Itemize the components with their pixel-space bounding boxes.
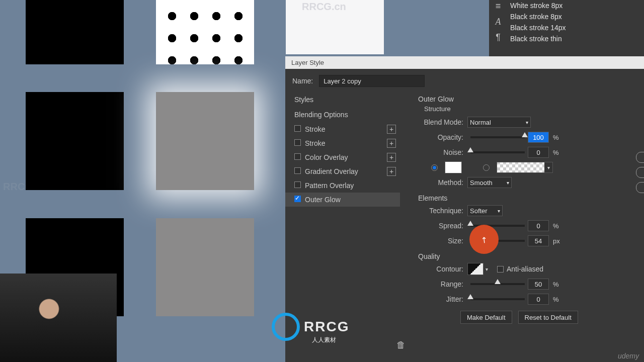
style-row-stroke[interactable]: Stroke + [285,136,400,150]
range-label: Range: [418,280,463,288]
subsection-quality: Quality [418,252,637,260]
swatch-tile[interactable] [26,0,124,64]
make-default-button[interactable]: Make Default [460,311,512,324]
preset-item[interactable]: White stroke 8px [508,0,641,11]
dialog-title: Layer Style [285,56,644,69]
character-icon[interactable]: A [496,17,501,27]
style-label: Color Overlay [305,153,348,161]
add-effect-icon[interactable]: + [387,139,396,148]
style-row-pattern-overlay[interactable]: Pattern Overlay [285,178,400,193]
style-label: Outer Glow [305,196,341,204]
glow-color-swatch[interactable] [445,161,462,173]
blending-options[interactable]: Blending Options [285,107,400,122]
percent-unit: % [553,134,559,141]
method-label: Method: [418,178,463,187]
glow-gradient-swatch[interactable]: ▾ [497,162,553,173]
reset-default-button[interactable]: Reset to Default [518,311,578,324]
opacity-label: Opacity: [418,133,463,141]
ok-button-edge[interactable] [636,152,644,163]
cursor-highlight [469,225,499,254]
swatch-tile[interactable] [156,0,254,64]
noise-label: Noise: [418,148,463,156]
range-slider[interactable] [470,283,525,285]
chevron-down-icon[interactable]: ▾ [486,266,488,272]
add-effect-icon[interactable]: + [387,167,396,176]
add-effect-icon[interactable]: + [387,153,396,162]
opacity-input[interactable] [528,132,549,143]
style-row-gradient-overlay[interactable]: Gradient Overlay + [285,164,400,178]
blend-mode-label: Blend Mode: [418,118,463,126]
webcam-overlay [0,274,117,362]
chevron-down-icon: ▾ [507,180,509,186]
spread-label: Spread: [418,222,463,230]
percent-unit: % [553,149,559,156]
style-row-color-overlay[interactable]: Color Overlay + [285,150,400,164]
jitter-label: Jitter: [418,295,463,303]
px-unit: px [553,237,560,245]
preset-item[interactable]: Black stroke thin [508,33,641,44]
anti-aliased-label: Anti-aliased [507,265,543,273]
anti-aliased-checkbox[interactable] [497,266,504,273]
preset-item[interactable]: Black stroke 14px [508,22,641,33]
checkbox[interactable] [294,167,301,174]
jitter-slider[interactable] [470,298,525,300]
noise-input[interactable] [528,147,549,158]
noise-slider[interactable] [470,151,525,153]
style-row-outer-glow[interactable]: Outer Glow [285,193,400,207]
rrcg-logo: RRCG [272,313,349,341]
checkbox[interactable] [294,196,301,202]
size-input[interactable] [528,235,549,246]
swatch-tile[interactable] [156,218,254,316]
cancel-button-edge[interactable] [636,167,644,178]
gradient-radio[interactable] [483,164,490,171]
percent-unit: % [553,296,559,303]
contour-picker[interactable] [467,263,484,275]
paragraph-icon[interactable]: ¶ [496,32,501,43]
swatch-tile[interactable] [26,92,124,190]
style-row-stroke[interactable]: Stroke + [285,122,400,136]
style-label: Stroke [305,125,325,133]
watermark-text: RRCG.cn [302,1,346,13]
checkbox[interactable] [294,182,301,188]
add-effect-icon[interactable]: + [387,125,396,134]
percent-unit: % [553,281,559,288]
chevron-down-icon: ▾ [544,162,552,172]
properties-icon[interactable]: ≡ [496,1,501,12]
name-label: Name: [292,77,313,85]
checkbox[interactable] [294,139,301,146]
percent-unit: % [553,222,559,230]
subsection-structure: Structure [424,105,637,113]
trash-icon[interactable]: 🗑 [396,340,406,350]
technique-label: Technique: [418,207,463,215]
chevron-down-icon: ▾ [498,208,500,214]
range-input[interactable] [528,279,549,290]
styles-presets-panel: ≡ A ¶ White stroke 8px Black stroke 8px … [489,0,644,56]
contour-label: Contour: [418,265,463,273]
section-outer-glow: Outer Glow [418,95,637,103]
style-label: Pattern Overlay [305,182,354,190]
size-label: Size: [418,237,463,245]
styles-header[interactable]: Styles [285,92,400,107]
subsection-elements: Elements [418,194,637,202]
udemy-watermark: udemy [618,352,639,360]
method-select[interactable]: Smooth▾ [467,177,512,188]
style-label: Stroke [305,139,325,147]
color-radio[interactable] [431,164,438,171]
new-style-button-edge[interactable] [636,182,644,193]
style-label: Gradient Overlay [305,167,358,175]
spread-input[interactable] [528,220,549,231]
blend-mode-select[interactable]: Normal▾ [467,117,531,128]
dialog-side-buttons [636,152,644,193]
chevron-down-icon: ▾ [526,120,528,125]
jitter-input[interactable] [528,294,549,305]
checkbox[interactable] [294,125,301,132]
layer-name-input[interactable] [319,75,425,87]
opacity-slider[interactable] [470,136,525,138]
checkbox[interactable] [294,153,301,160]
technique-select[interactable]: Softer▾ [467,205,503,216]
preset-item[interactable]: Black stroke 8px [508,11,641,22]
swatch-tile[interactable] [156,92,254,190]
